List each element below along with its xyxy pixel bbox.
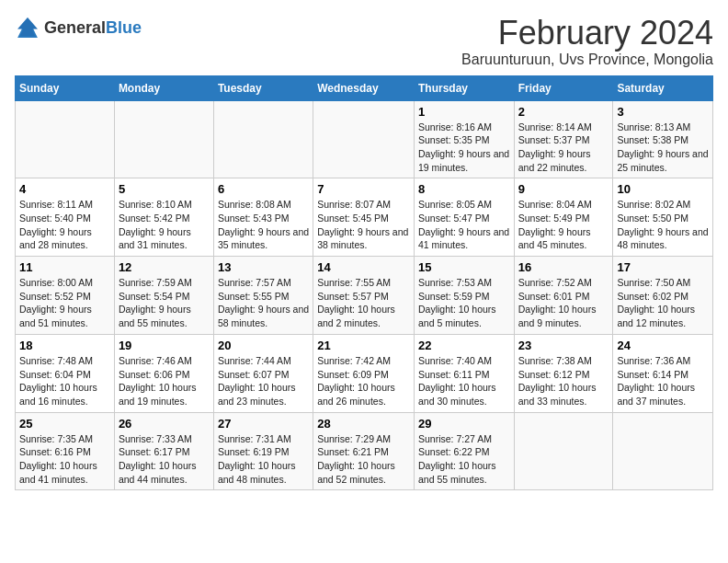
calendar-cell-w2-d5: 8Sunrise: 8:05 AM Sunset: 5:47 PM Daylig… [414,178,514,257]
day-info: Sunrise: 8:14 AM Sunset: 5:37 PM Dayligh… [518,121,609,175]
calendar-title: February 2024 [461,15,713,52]
day-number: 1 [418,105,510,119]
day-number: 28 [317,417,410,431]
day-number: 5 [119,182,210,196]
day-info: Sunrise: 8:10 AM Sunset: 5:42 PM Dayligh… [119,198,210,252]
calendar-cell-w3-d1: 11Sunrise: 8:00 AM Sunset: 5:52 PM Dayli… [16,257,115,335]
day-info: Sunrise: 7:46 AM Sunset: 6:06 PM Dayligh… [119,354,210,408]
col-monday: Monday [114,75,213,100]
day-info: Sunrise: 8:08 AM Sunset: 5:43 PM Dayligh… [218,198,309,252]
day-number: 23 [518,339,609,352]
col-saturday: Saturday [613,75,713,100]
calendar-cell-w5-d6 [514,412,613,490]
col-tuesday: Tuesday [213,75,313,100]
calendar-cell-w3-d4: 14Sunrise: 7:55 AM Sunset: 5:57 PM Dayli… [313,257,415,335]
day-number: 27 [218,417,309,431]
day-info: Sunrise: 7:35 AM Sunset: 6:16 PM Dayligh… [19,432,110,487]
calendar-cell-w5-d4: 28Sunrise: 7:29 AM Sunset: 6:21 PM Dayli… [313,412,415,490]
calendar-cell-w4-d3: 20Sunrise: 7:44 AM Sunset: 6:07 PM Dayli… [213,334,313,412]
day-info: Sunrise: 7:40 AM Sunset: 6:11 PM Dayligh… [418,354,510,408]
calendar-table: Sunday Monday Tuesday Wednesday Thursday… [15,75,713,491]
calendar-cell-w1-d4 [313,100,415,178]
calendar-subtitle: Baruunturuun, Uvs Province, Mongolia [461,52,713,68]
calendar-cell-w2-d6: 9Sunrise: 8:04 AM Sunset: 5:49 PM Daylig… [514,178,613,257]
day-number: 29 [418,417,510,431]
calendar-cell-w3-d3: 13Sunrise: 7:57 AM Sunset: 5:55 PM Dayli… [213,257,313,335]
calendar-cell-w5-d1: 25Sunrise: 7:35 AM Sunset: 6:16 PM Dayli… [16,412,115,490]
calendar-cell-w4-d1: 18Sunrise: 7:48 AM Sunset: 6:04 PM Dayli… [16,334,115,412]
calendar-cell-w1-d3 [213,100,313,178]
day-info: Sunrise: 7:50 AM Sunset: 6:02 PM Dayligh… [617,276,709,330]
day-info: Sunrise: 8:02 AM Sunset: 5:50 PM Dayligh… [617,198,709,252]
day-info: Sunrise: 8:07 AM Sunset: 5:45 PM Dayligh… [317,198,410,252]
logo-text: GeneralBlue [44,18,142,38]
day-number: 24 [617,339,709,352]
day-number: 10 [617,182,709,196]
day-info: Sunrise: 7:52 AM Sunset: 6:01 PM Dayligh… [518,276,609,330]
day-number: 22 [418,339,510,352]
day-info: Sunrise: 8:05 AM Sunset: 5:47 PM Dayligh… [418,198,510,252]
day-info: Sunrise: 8:11 AM Sunset: 5:40 PM Dayligh… [19,198,110,252]
calendar-cell-w4-d5: 22Sunrise: 7:40 AM Sunset: 6:11 PM Dayli… [414,334,514,412]
calendar-cell-w3-d7: 17Sunrise: 7:50 AM Sunset: 6:02 PM Dayli… [613,257,713,335]
day-info: Sunrise: 7:42 AM Sunset: 6:09 PM Dayligh… [317,354,410,408]
calendar-week-3: 11Sunrise: 8:00 AM Sunset: 5:52 PM Dayli… [16,257,713,335]
day-info: Sunrise: 8:04 AM Sunset: 5:49 PM Dayligh… [518,198,609,252]
day-number: 7 [317,182,410,196]
calendar-cell-w1-d1 [16,100,115,178]
day-number: 8 [418,182,510,196]
day-info: Sunrise: 7:53 AM Sunset: 5:59 PM Dayligh… [418,276,510,330]
day-info: Sunrise: 7:31 AM Sunset: 6:19 PM Dayligh… [218,432,309,487]
calendar-cell-w3-d2: 12Sunrise: 7:59 AM Sunset: 5:54 PM Dayli… [114,257,213,335]
col-wednesday: Wednesday [313,75,415,100]
calendar-cell-w4-d2: 19Sunrise: 7:46 AM Sunset: 6:06 PM Dayli… [114,334,213,412]
day-number: 12 [119,260,210,274]
calendar-cell-w2-d3: 6Sunrise: 8:08 AM Sunset: 5:43 PM Daylig… [213,178,313,257]
calendar-cell-w2-d7: 10Sunrise: 8:02 AM Sunset: 5:50 PM Dayli… [613,178,713,257]
calendar-week-2: 4Sunrise: 8:11 AM Sunset: 5:40 PM Daylig… [16,178,713,257]
calendar-cell-w5-d5: 29Sunrise: 7:27 AM Sunset: 6:22 PM Dayli… [414,412,514,490]
calendar-cell-w1-d5: 1Sunrise: 8:16 AM Sunset: 5:35 PM Daylig… [414,100,514,178]
calendar-week-5: 25Sunrise: 7:35 AM Sunset: 6:16 PM Dayli… [16,412,713,490]
calendar-cell-w5-d7 [613,412,713,490]
day-info: Sunrise: 7:33 AM Sunset: 6:17 PM Dayligh… [119,432,210,487]
calendar-cell-w5-d2: 26Sunrise: 7:33 AM Sunset: 6:17 PM Dayli… [114,412,213,490]
day-info: Sunrise: 7:27 AM Sunset: 6:22 PM Dayligh… [418,432,510,487]
day-info: Sunrise: 7:57 AM Sunset: 5:55 PM Dayligh… [218,276,309,330]
calendar-cell-w2-d2: 5Sunrise: 8:10 AM Sunset: 5:42 PM Daylig… [114,178,213,257]
col-friday: Friday [514,75,613,100]
calendar-cell-w3-d6: 16Sunrise: 7:52 AM Sunset: 6:01 PM Dayli… [514,257,613,335]
calendar-cell-w4-d7: 24Sunrise: 7:36 AM Sunset: 6:14 PM Dayli… [613,334,713,412]
day-number: 4 [19,182,110,196]
day-number: 3 [617,105,709,119]
day-number: 26 [119,417,210,431]
calendar-cell-w1-d2 [114,100,213,178]
calendar-week-4: 18Sunrise: 7:48 AM Sunset: 6:04 PM Dayli… [16,334,713,412]
calendar-cell-w5-d3: 27Sunrise: 7:31 AM Sunset: 6:19 PM Dayli… [213,412,313,490]
calendar-cell-w1-d7: 3Sunrise: 8:13 AM Sunset: 5:38 PM Daylig… [613,100,713,178]
day-number: 6 [218,182,309,196]
calendar-cell-w4-d4: 21Sunrise: 7:42 AM Sunset: 6:09 PM Dayli… [313,334,415,412]
day-number: 13 [218,260,309,274]
calendar-cell-w1-d6: 2Sunrise: 8:14 AM Sunset: 5:37 PM Daylig… [514,100,613,178]
calendar-cell-w4-d6: 23Sunrise: 7:38 AM Sunset: 6:12 PM Dayli… [514,334,613,412]
day-info: Sunrise: 8:13 AM Sunset: 5:38 PM Dayligh… [617,121,709,175]
day-info: Sunrise: 8:16 AM Sunset: 5:35 PM Dayligh… [418,121,510,175]
day-number: 25 [19,417,110,431]
day-number: 9 [518,182,609,196]
logo: GeneralBlue [15,15,142,40]
page-header: GeneralBlue February 2024 Baruunturuun, … [15,15,713,68]
calendar-cell-w3-d5: 15Sunrise: 7:53 AM Sunset: 5:59 PM Dayli… [414,257,514,335]
calendar-title-block: February 2024 Baruunturuun, Uvs Province… [461,15,713,68]
day-info: Sunrise: 7:38 AM Sunset: 6:12 PM Dayligh… [518,354,609,408]
calendar-header-row: Sunday Monday Tuesday Wednesday Thursday… [16,75,713,100]
day-info: Sunrise: 7:48 AM Sunset: 6:04 PM Dayligh… [19,354,110,408]
day-number: 20 [218,339,309,352]
calendar-cell-w2-d4: 7Sunrise: 8:07 AM Sunset: 5:45 PM Daylig… [313,178,415,257]
day-number: 17 [617,260,709,274]
day-info: Sunrise: 7:55 AM Sunset: 5:57 PM Dayligh… [317,276,410,330]
day-number: 14 [317,260,410,274]
col-sunday: Sunday [16,75,115,100]
day-number: 11 [19,260,110,274]
calendar-cell-w2-d1: 4Sunrise: 8:11 AM Sunset: 5:40 PM Daylig… [16,178,115,257]
